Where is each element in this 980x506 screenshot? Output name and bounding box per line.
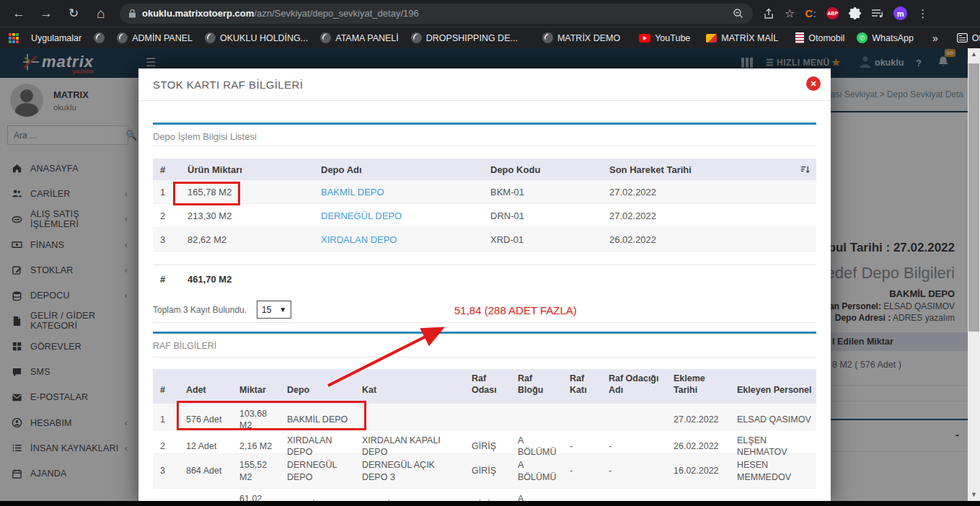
cell-index: 3 [153,234,180,245]
lock-icon [128,9,136,18]
adblock-icon[interactable]: ABP [826,7,839,19]
cell: 864 Adet [179,461,232,481]
col-kat[interactable]: Kat [355,381,464,401]
mail-icon [706,34,717,43]
cell: - [601,461,666,481]
youtube-icon [639,34,650,43]
share-icon[interactable] [763,8,774,19]
cell-code: BKM-01 [483,187,602,197]
browser-menu-icon[interactable]: ⋮ [917,7,928,20]
depot-link[interactable]: XIRDALAN DEPO [321,234,397,245]
col-ekleme-tarihi[interactable]: Ekleme Tarihi [666,369,730,400]
cell: 12 Adet [179,436,232,456]
scroll-up-arrow[interactable]: ▲ [968,48,980,60]
screen: ← → ↻ ⌂ okuklu.matrixotoerp.com/azn/Sevk… [0,0,980,506]
col-depot-code[interactable]: Depo Kodu [483,164,602,175]
scrollbar-thumb[interactable] [968,63,979,332]
section-title-shelf-info: RAF BİLGİLERİ [153,341,216,351]
media-queue-icon[interactable] [871,8,883,19]
cell [355,415,464,424]
reload-icon[interactable]: ↻ [65,6,82,21]
depot-link[interactable]: BAKMİL DEPO [321,187,384,197]
bookmark-apps[interactable]: Uygulamalar [31,33,81,43]
table-row: 3 82,62 M2 XIRDALAN DEPO XRD-01 26.02.20… [153,228,816,252]
col-hash[interactable]: # [153,381,179,401]
web-page: matrix yazılım ☰ ☰ HIZLI MENÜ ★ okuklu ?… [0,48,980,506]
sort-icon[interactable] [800,164,811,177]
apps-grid-icon[interactable] [9,33,19,43]
page-scrollbar[interactable]: ▲ ▼ [968,48,980,506]
modal-close-button[interactable]: ✕ [806,76,821,91]
divider [153,146,816,146]
url-host: okuklu.matrixotoerp.com [142,8,254,19]
col-raf-odacigi[interactable]: Raf Odacığı Adı [601,369,666,400]
scroll-down-arrow[interactable]: ▼ [968,489,980,500]
bookmark-star-icon[interactable]: ☆ [785,6,795,20]
home-icon[interactable]: ⌂ [92,6,110,22]
reading-list-button[interactable]: Okuma listesi [957,33,980,43]
cell: - [562,436,601,456]
col-raf-odasi[interactable]: Raf Odası [464,369,511,400]
bookmark-matrix-mail[interactable]: MATRİX MAİL [706,33,778,43]
col-last-movement[interactable]: Son Hareket Tarihi [602,164,816,175]
col-raf-blogu[interactable]: Raf Bloğu [511,369,562,400]
col-adet[interactable]: Adet [179,381,232,401]
forward-icon[interactable]: → [37,6,55,21]
bookmark-youtube[interactable]: YouTube [639,33,690,43]
records-summary: Toplam 3 Kayıt Bulundu. [153,305,247,315]
cell-qty: 165,78 M2 [180,187,314,197]
col-depot-name[interactable]: Depo Adı [314,164,483,175]
bookmarks-overflow-chevron[interactable]: » [932,32,938,44]
depot-link[interactable]: DERNEGÜL DEPO [321,210,402,221]
section-divider [153,123,816,125]
bookmark-okuklu-holding[interactable]: OKUKLU HOLDİNG... [205,32,308,43]
cell [511,415,562,424]
zoom-icon[interactable] [733,8,744,19]
table-header-row: # Adet Miktar Depo Kat Raf Odası Raf Blo… [153,369,816,404]
cell-code: DRN-01 [483,210,602,221]
profile-avatar[interactable]: m [893,6,907,20]
shelf-info-table: # Adet Miktar Depo Kat Raf Odası Raf Blo… [153,369,816,506]
cell: 2 [153,436,179,456]
cell: ELSAD QASIMOV [730,409,816,430]
browser-toolbar: ← → ↻ ⌂ okuklu.matrixotoerp.com/azn/Sevk… [0,0,980,27]
extensions-puzzle-icon[interactable] [849,7,861,19]
col-raf-kati[interactable]: Raf Katı [562,369,601,400]
chevron-down-icon: ▼ [279,306,286,314]
address-bar[interactable]: okuklu.matrixotoerp.com/azn/Sevkiyat/dep… [120,4,753,24]
globe-favicon [94,32,105,43]
cell [562,415,601,424]
table-row: 2 213,30 M2 DERNEGÜL DEPO DRN-01 27.02.2… [153,204,816,228]
back-icon[interactable]: ← [10,6,27,21]
bookmark-matrix-demo[interactable]: MATRİX DEMO [542,32,620,43]
stock-card-shelf-modal: STOK KARTI RAF BİLGİLERİ ✕ Depo İşlem Bi… [138,68,831,506]
col-product-qty[interactable]: Ürün Miktarı [180,164,314,175]
total-hash: # [153,274,180,285]
table-row: 1576 Adet103,68 M2BAKMİL DEPO27.02.2022E… [153,404,816,430]
extension-c-icon[interactable]: C: [805,7,816,19]
cell: HESEN MEMMEDOV [730,455,816,487]
bookmark-favicon-only[interactable] [94,32,105,43]
cell-index: 2 [153,210,180,221]
cell-code: XRD-01 [483,234,602,245]
col-hash[interactable]: # [153,164,180,175]
col-ekleyen-personel[interactable]: Ekleyen Personel [730,381,816,401]
cell-date: 27.02.2022 [602,187,816,197]
globe-favicon [205,32,216,43]
bookmarks-bar: Uygulamalar ADMİN PANEL OKUKLU HOLDİNG..… [0,27,980,48]
cell: 27.02.2022 [666,409,730,430]
cell: 103,68 M2 [232,404,280,436]
cell: 1 [153,409,179,430]
col-depo[interactable]: Depo [280,381,355,401]
table-row: 1 165,78 M2 BAKMİL DEPO BKM-01 27.02.202… [153,180,816,204]
cell-date: 26.02.2022 [602,234,816,245]
col-miktar[interactable]: Miktar [232,381,280,401]
cell: 3 [153,461,179,481]
bookmark-admin-panel[interactable]: ADMİN PANEL [117,32,193,43]
bookmark-whatsapp[interactable]: ✆WhatsApp [857,32,914,43]
bookmark-atama-paneli[interactable]: ATAMA PANELİ [320,32,399,43]
bookmark-dropshipping[interactable]: DROPSHIPPING DE... [411,32,518,43]
bookmark-otomobil[interactable]: Otomobil [795,32,844,43]
page-size-select[interactable]: 15▼ [257,301,291,319]
cell-qty: 213,30 M2 [180,210,314,221]
